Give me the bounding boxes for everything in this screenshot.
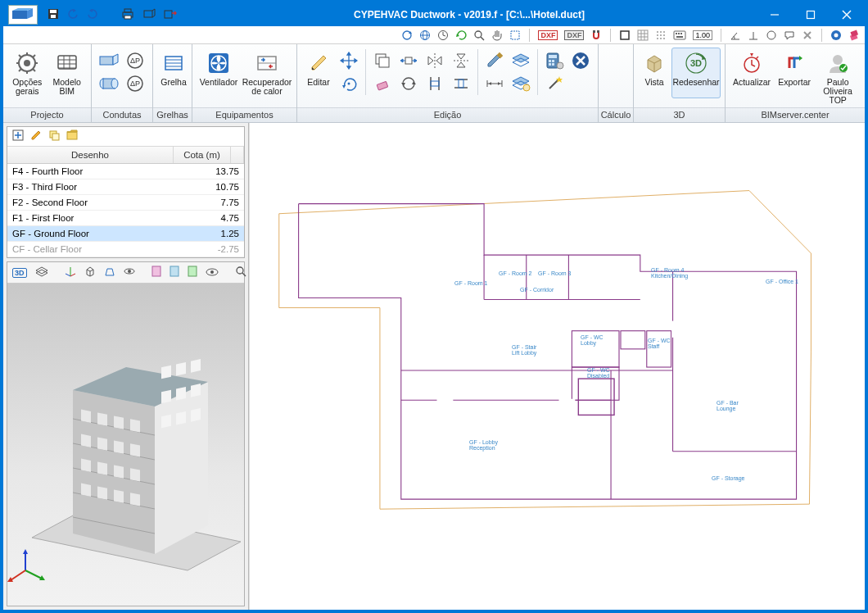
stretch-icon[interactable] — [396, 51, 421, 70]
btn2-icon[interactable] — [170, 266, 179, 280]
perp-icon[interactable] — [748, 30, 759, 41]
svg-rect-205 — [81, 459, 91, 472]
circle-icon[interactable] — [766, 30, 777, 41]
select-rect-icon[interactable] — [509, 30, 521, 41]
align-h-icon[interactable] — [449, 74, 473, 93]
edit-button[interactable]: Editar — [302, 48, 335, 98]
box-icon[interactable] — [142, 8, 156, 22]
v3d-icon[interactable]: 3D — [12, 268, 27, 278]
redraw-button[interactable]: 3D Redesenhar — [671, 48, 721, 98]
mirror-v-icon[interactable] — [423, 51, 447, 70]
user-button[interactable]: Paulo Oliveira TOP — [816, 48, 860, 107]
add-icon[interactable] — [12, 129, 24, 144]
wand-icon[interactable] — [542, 74, 567, 93]
copy-icon[interactable] — [370, 51, 395, 70]
chat-icon[interactable] — [784, 30, 795, 41]
goto-icon[interactable] — [66, 129, 78, 144]
preview-3d[interactable] — [7, 284, 244, 606]
cube-icon[interactable] — [84, 266, 96, 280]
zoom-icon[interactable] — [473, 30, 485, 41]
floors-rows: F4 - Fourth Floor13.75 F3 - Third Floor1… — [7, 164, 244, 257]
svg-point-185 — [210, 270, 214, 274]
table-row[interactable]: F1 - First Floor4.75 — [7, 211, 244, 226]
ruler-icon[interactable]: 1.00 — [693, 30, 712, 40]
delete-icon[interactable] — [848, 30, 860, 41]
pressure-drop-icon[interactable]: ΔP — [123, 51, 147, 70]
grid-toggle-icon[interactable]: DXF — [564, 30, 584, 40]
layers2-icon[interactable] — [509, 74, 533, 93]
erase-icon[interactable] — [370, 74, 395, 93]
floors-table: Desenho Cota (m) F4 - Fourth Floor13.75 … — [7, 147, 244, 257]
btn1-icon[interactable] — [151, 266, 161, 280]
table-row[interactable]: F4 - Fourth Floor13.75 — [7, 164, 244, 179]
edit-item-icon[interactable] — [30, 129, 42, 144]
globe-icon[interactable] — [419, 30, 431, 41]
svg-rect-79 — [100, 57, 113, 65]
persp-icon[interactable] — [104, 266, 115, 280]
fan-button[interactable]: Ventilador — [197, 48, 240, 98]
cross-icon[interactable] — [802, 30, 813, 41]
dots-icon[interactable] — [655, 30, 667, 41]
align-v-icon[interactable] — [423, 74, 447, 93]
table-row[interactable]: CF - Cellar Floor-2.75 — [7, 242, 244, 257]
copy-item-icon[interactable] — [48, 129, 60, 144]
layers-icon[interactable] — [509, 51, 533, 70]
general-options-button[interactable]: Opções gerais — [8, 48, 47, 98]
magnet-icon[interactable] — [590, 30, 602, 41]
heat-recovery-button[interactable]: Recuperador de calor — [242, 48, 292, 98]
col-cota[interactable]: Cota (m) — [174, 147, 231, 163]
table-row[interactable]: GF - Ground Floor1.25 — [7, 226, 244, 242]
view3d-button[interactable]: Vista — [639, 48, 670, 98]
drawing-canvas[interactable]: GF - Room 1 GF - Room 2 GF - Room 3 GF -… — [249, 123, 865, 610]
angle-icon[interactable] — [730, 30, 741, 41]
refresh-icon[interactable] — [401, 30, 413, 41]
rotate2-icon[interactable] — [396, 74, 421, 93]
error-icon[interactable] — [568, 51, 593, 70]
dxf-icon[interactable]: DXF — [538, 30, 558, 40]
move-icon[interactable] — [337, 51, 361, 70]
pan-icon[interactable] — [491, 30, 503, 41]
eye-icon[interactable] — [206, 266, 219, 280]
grid-icon[interactable] — [637, 30, 649, 41]
export-icon[interactable] — [164, 8, 177, 22]
keyboard-icon[interactable] — [673, 30, 686, 40]
svg-rect-209 — [81, 484, 91, 497]
export-bim-button[interactable]: Exportar — [775, 48, 814, 98]
minimize-button[interactable] — [757, 3, 793, 26]
orbit-icon[interactable] — [124, 266, 135, 280]
brush-icon[interactable] — [482, 51, 507, 70]
btn3-icon[interactable] — [188, 266, 197, 280]
grille-button[interactable]: Grelha — [158, 48, 189, 98]
clock-icon[interactable] — [437, 30, 449, 41]
svg-rect-32 — [593, 30, 595, 33]
table-row[interactable]: F2 - Second Floor7.75 — [7, 195, 244, 211]
pressure-drop2-icon[interactable]: ΔP — [123, 74, 147, 93]
measure-icon[interactable] — [482, 74, 507, 93]
close-button[interactable] — [829, 3, 865, 26]
maximize-button[interactable] — [793, 3, 829, 26]
svg-marker-121 — [457, 54, 465, 59]
svg-rect-51 — [678, 33, 680, 34]
save-icon[interactable] — [47, 8, 59, 22]
mirror-h-icon[interactable] — [449, 51, 473, 70]
calc-settings-icon[interactable] — [542, 51, 567, 70]
help-icon[interactable] — [830, 30, 842, 41]
print-icon[interactable] — [121, 8, 134, 22]
table-row[interactable]: F3 - Third Floor10.75 — [7, 179, 244, 195]
rotate-icon[interactable] — [455, 30, 467, 41]
duct-round-icon[interactable] — [97, 74, 121, 93]
redo-icon[interactable] — [87, 8, 98, 22]
svg-line-226 — [11, 570, 25, 580]
col-name[interactable]: Desenho — [7, 147, 174, 163]
rotate-edit-icon[interactable] — [337, 74, 361, 93]
bim-model-button[interactable]: Modelo BIM — [48, 48, 87, 98]
axis-icon[interactable] — [65, 266, 76, 280]
undo-icon[interactable] — [67, 8, 79, 22]
layers-toggle-icon[interactable] — [35, 266, 48, 280]
zoom-fit-icon[interactable] — [235, 266, 246, 280]
svg-line-158 — [756, 57, 758, 59]
snap-icon[interactable] — [619, 30, 631, 41]
duct-rect-icon[interactable] — [97, 51, 121, 70]
update-button[interactable]: Actualizar — [730, 48, 773, 98]
svg-rect-218 — [191, 384, 201, 397]
